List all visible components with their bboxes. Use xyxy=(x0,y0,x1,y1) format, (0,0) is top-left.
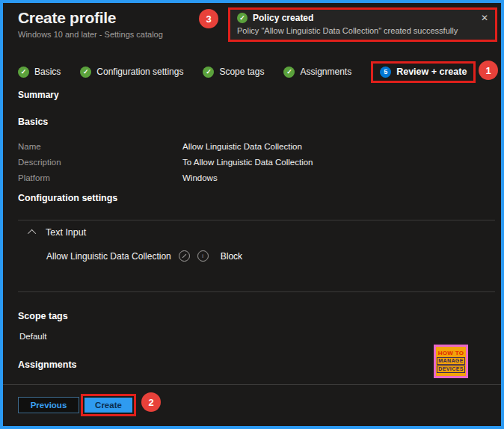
create-profile-window: Create profile ··· Windows 10 and later … xyxy=(0,0,504,429)
setting-group-label: Text Input xyxy=(46,227,86,238)
annotation-badge-2: 2 xyxy=(141,392,161,412)
tab-label: Configuration settings xyxy=(96,67,183,77)
field-value: Windows xyxy=(182,173,218,182)
divider xyxy=(18,220,495,220)
tag-icon[interactable] xyxy=(179,250,190,262)
step-complete-icon: ✓ xyxy=(283,67,295,78)
divider xyxy=(18,291,495,292)
tab-label: Scope tags xyxy=(219,67,264,77)
step-complete-icon: ✓ xyxy=(203,67,214,78)
tab-configuration-settings[interactable]: ✓ Configuration settings xyxy=(80,67,183,78)
setting-group-toggle[interactable]: Text Input xyxy=(30,227,86,238)
howtomanagedevices-logo: HOW TO MANAGE DEVICES xyxy=(434,345,468,378)
basics-heading: Basics xyxy=(18,117,48,127)
info-icon[interactable]: i xyxy=(197,250,209,262)
divider xyxy=(3,384,501,385)
configuration-settings-heading: Configuration settings xyxy=(18,193,117,203)
tab-label: Assignments xyxy=(300,67,351,77)
page-title: Create profile xyxy=(18,9,116,27)
scope-tag-value: Default xyxy=(19,332,46,341)
annotation-box-create: Create xyxy=(81,394,136,416)
field-label: Platform xyxy=(18,173,182,182)
summary-heading: Summary xyxy=(18,90,59,100)
tab-label: Review + create xyxy=(396,67,467,77)
wizard-steps: ✓ Basics ✓ Configuration settings ✓ Scop… xyxy=(18,61,476,83)
field-value: Allow Linguistic Data Collection xyxy=(182,142,302,151)
more-menu-button[interactable]: ··· xyxy=(87,10,99,22)
page-subtitle: Windows 10 and later - Settings catalog xyxy=(18,30,163,39)
basics-summary-table: Name Allow Linguistic Data Collection De… xyxy=(18,138,482,185)
tab-scope-tags[interactable]: ✓ Scope tags xyxy=(203,67,264,78)
setting-row: Allow Linguistic Data Collection i Block xyxy=(46,250,242,262)
step-complete-icon: ✓ xyxy=(18,67,29,78)
chevron-up-icon xyxy=(28,229,36,238)
setting-name: Allow Linguistic Data Collection xyxy=(46,251,171,262)
previous-button[interactable]: Previous xyxy=(18,397,79,413)
annotation-badge-1: 1 xyxy=(479,61,498,80)
logo-text: HOW TO xyxy=(438,350,464,357)
step-number-icon: 5 xyxy=(380,67,391,78)
assignments-heading: Assignments xyxy=(18,359,77,370)
step-complete-icon: ✓ xyxy=(80,67,91,78)
success-check-icon: ✓ xyxy=(237,13,248,23)
table-row: Description To Allow Linguistic Data Col… xyxy=(18,154,482,170)
create-button[interactable]: Create xyxy=(84,398,132,413)
tab-label: Basics xyxy=(34,67,61,77)
field-label: Description xyxy=(18,158,182,167)
tab-review-create[interactable]: 5 Review + create xyxy=(371,61,476,83)
notification-toast: ✓ Policy created ✕ Policy "Allow Linguis… xyxy=(228,7,497,42)
tab-basics[interactable]: ✓ Basics xyxy=(18,67,61,78)
tab-assignments[interactable]: ✓ Assignments xyxy=(283,67,351,78)
notification-title: Policy created xyxy=(253,13,313,23)
setting-value: Block xyxy=(221,251,242,262)
field-value: To Allow Linguistic Data Collection xyxy=(182,158,313,167)
field-label: Name xyxy=(18,142,182,151)
close-icon[interactable]: ✕ xyxy=(481,13,488,22)
notification-message: Policy "Allow Linguistic Data Collection… xyxy=(237,26,488,35)
logo-text: MANAGE xyxy=(437,357,465,365)
table-row: Platform Windows xyxy=(18,170,482,185)
annotation-badge-3: 3 xyxy=(199,9,218,28)
table-row: Name Allow Linguistic Data Collection xyxy=(18,138,482,154)
scope-tags-heading: Scope tags xyxy=(18,311,68,321)
logo-text: DEVICES xyxy=(437,365,465,373)
